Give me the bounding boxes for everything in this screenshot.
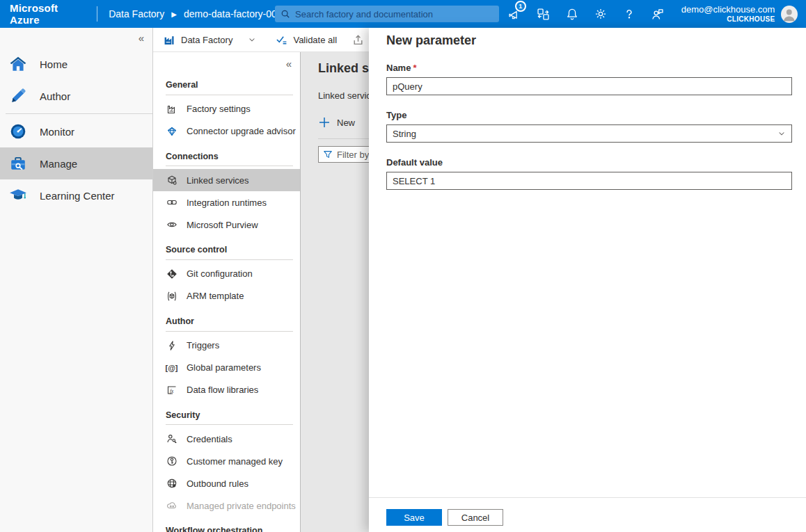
data-flow-fx-icon: fx [166,385,177,396]
data-factory-icon [164,34,175,46]
nav-item-manage[interactable]: Manage [0,147,152,179]
menu-item-label: Connector upgrade advisor [187,126,296,136]
menu-section-security: Security Credentials Customer managed ke… [153,410,300,517]
breadcrumb-resource[interactable]: demo-data-factory-00 [184,8,277,19]
search-box[interactable] [275,6,499,22]
nav-item-learning-center[interactable]: Learning Center [0,179,152,211]
account-info[interactable]: demo@clickhouse.com CLICKHOUSE [681,4,775,24]
chevron-down-icon [777,129,786,138]
left-nav: « Home Author Monitor Manage [0,28,153,532]
menu-section-title: Workflow orchestration manager [166,526,270,532]
menu-section-title: Security [166,410,293,425]
menu-item-label: Global parameters [187,362,261,373]
feedback-icon[interactable] [649,6,666,22]
breadcrumb-caret-icon: ▶ [171,10,177,18]
menu-item-label: Customer managed key [187,456,283,467]
nav-item-author[interactable]: Author [0,80,152,112]
validate-all-label: Validate all [293,35,337,45]
manage-menu: « General Factory settings [153,52,301,532]
menu-item-global-parameters[interactable]: [@] Global parameters [153,357,300,379]
validate-all-button[interactable]: Validate all [276,34,337,46]
nav-item-label: Manage [40,158,77,170]
menu-section-source-control: Source control Git configuration ARM tem… [153,245,300,307]
name-label: Name* [386,63,792,73]
required-asterisk: * [413,63,416,73]
cloud-endpoints-icon [166,500,177,511]
menu-item-label: Outbound rules [187,478,248,489]
default-value-input[interactable] [386,172,792,190]
menu-item-label: Factory settings [187,104,251,114]
switch-resource-icon[interactable] [535,6,552,22]
menu-section-rule [166,166,293,166]
account-tenant: CLICKHOUSE [681,15,775,24]
name-input[interactable] [386,77,792,95]
search-input[interactable] [295,9,493,19]
manage-toolbox-icon [9,154,27,172]
menu-item-microsoft-purview[interactable]: Microsoft Purview [153,213,300,236]
menu-item-label: Triggers [187,340,219,350]
type-label: Type [386,110,792,120]
home-icon [9,55,27,73]
menu-item-git-configuration[interactable]: Git configuration [153,263,300,285]
avatar[interactable] [781,6,798,23]
menu-item-credentials[interactable]: Credentials [153,428,300,450]
search-icon [280,9,290,19]
menu-item-triggers[interactable]: Triggers [153,334,300,357]
globe-icon [166,478,177,489]
nav-item-home[interactable]: Home [0,48,152,80]
breadcrumb-product[interactable]: Data Factory [109,8,164,19]
learning-center-icon [9,186,27,204]
menu-item-label: Data flow libraries [187,385,258,395]
menu-section-title: Connections [166,152,293,166]
lightning-icon [166,340,177,351]
menu-item-linked-services[interactable]: Linked services [153,169,300,191]
microsoft-azure-logo[interactable]: Microsoft Azure [0,2,97,26]
left-nav-divider [6,113,152,114]
menu-item-managed-private-endpoints[interactable]: Managed private endpoints [153,494,300,517]
announcements-icon[interactable]: 1 [507,6,523,22]
help-icon[interactable] [621,6,638,22]
menu-item-customer-managed-key[interactable]: Customer managed key [153,450,300,472]
manage-menu-collapse-icon[interactable]: « [153,56,300,71]
author-pencil-icon [9,87,27,105]
menu-item-arm-template[interactable]: ARM template [153,285,300,307]
menu-item-label: Git configuration [187,268,253,279]
factory-selector[interactable]: Data Factory [164,34,256,46]
menu-section-rule [166,424,293,425]
menu-section-rule [166,95,293,95]
type-select-value: String [393,129,416,139]
menu-item-factory-settings[interactable]: Factory settings [153,98,300,120]
save-button[interactable]: Save [386,509,442,526]
menu-section-connections: Connections Linked services Integration … [153,152,300,236]
notifications-bell-icon[interactable] [564,6,580,22]
menu-section-rule [166,331,293,332]
menu-item-label: Microsoft Purview [187,220,258,230]
factory-settings-icon [166,104,177,115]
menu-section-workflow-orchestration: Workflow orchestration manager [153,526,292,532]
publish-button[interactable] [352,34,364,46]
menu-item-integration-runtimes[interactable]: Integration runtimes [153,191,300,213]
menu-item-outbound-rules[interactable]: Outbound rules [153,472,300,494]
menu-section-general: General Factory settings Connector upgra… [153,80,300,143]
new-linked-service-button[interactable]: New [318,116,355,129]
validate-all-icon [276,34,287,46]
new-parameter-panel: New parameter Name* Type String Default … [369,28,806,532]
global-parameters-icon: [@] [166,364,177,372]
panel-footer: Save Cancel [369,497,806,532]
cancel-button[interactable]: Cancel [448,509,503,526]
name-field-group: Name* [386,63,792,95]
nav-item-label: Author [40,90,70,102]
menu-section-title: Source control [166,245,293,259]
left-nav-collapse-icon[interactable]: « [0,31,152,48]
settings-gear-icon[interactable] [592,6,609,22]
new-button-label: New [337,118,355,128]
menu-item-data-flow-libraries[interactable]: fx Data flow libraries [153,379,300,401]
menu-section-author: Author Triggers [@] Global parameters [153,316,300,401]
default-value-label: Default value [386,157,792,168]
menu-section-title: General [166,80,293,95]
nav-item-monitor[interactable]: Monitor [0,115,152,147]
app-frame: « Home Author Monitor Manage [0,28,806,532]
menu-item-connector-upgrade-advisor[interactable]: Connector upgrade advisor [153,120,300,143]
chevron-down-icon [248,35,256,44]
type-select[interactable]: String [386,124,792,143]
